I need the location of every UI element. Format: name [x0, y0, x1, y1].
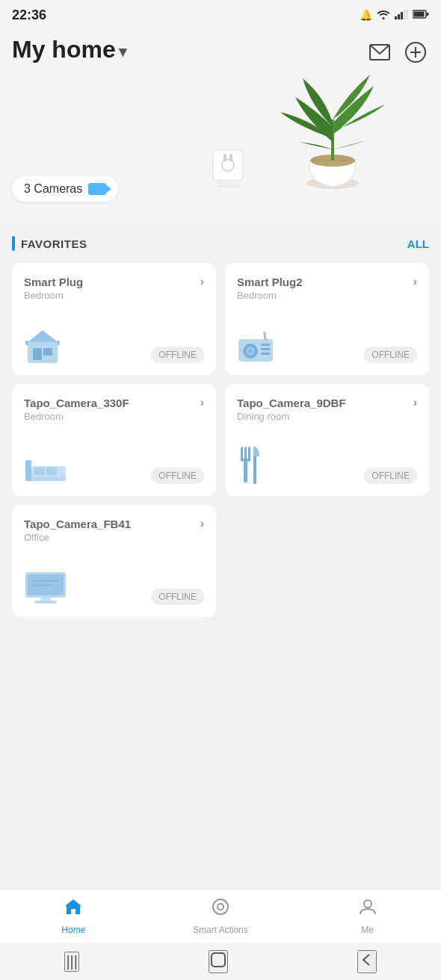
dropdown-arrow-icon[interactable]: ▾: [119, 43, 126, 61]
device-info: Tapo_Camera_FB41 › Office: [24, 517, 204, 543]
svg-rect-0: [395, 16, 397, 19]
device-room: Bedroom: [24, 411, 204, 422]
svg-rect-25: [57, 341, 60, 345]
device-bottom: OFFLINE: [237, 332, 417, 363]
svg-rect-19: [217, 180, 239, 187]
plant-decoration: [247, 37, 411, 194]
smart-actions-nav-label: Smart Actions: [193, 925, 248, 935]
device-name: Tapo_Camera_330F ›: [24, 396, 204, 409]
cameras-badge[interactable]: 3 Cameras: [12, 176, 118, 202]
offline-badge: OFFLINE: [364, 468, 417, 484]
status-time: 22:36: [12, 7, 46, 23]
svg-point-53: [364, 900, 371, 908]
svg-rect-38: [46, 468, 57, 475]
svg-rect-30: [261, 344, 270, 346]
cameras-count-label: 3 Cameras: [24, 182, 82, 196]
device-name: Smart Plug ›: [24, 275, 204, 288]
device-info: Smart Plug › Bedroom: [24, 275, 204, 301]
device-bottom: OFFLINE: [24, 571, 204, 605]
svg-rect-32: [261, 353, 270, 355]
svg-rect-4: [407, 9, 408, 19]
svg-point-52: [218, 904, 223, 910]
home-nav-icon: [64, 897, 83, 922]
svg-rect-54: [212, 953, 225, 967]
nav-item-me[interactable]: Me: [294, 897, 441, 935]
section-title-wrapper: FAVORITES: [12, 236, 87, 251]
svg-rect-3: [404, 10, 406, 19]
chevron-right-icon: ›: [413, 275, 417, 288]
svg-rect-18: [229, 154, 232, 161]
device-name: Tapo_Camera_FB41 ›: [24, 517, 204, 530]
svg-point-29: [249, 350, 252, 353]
device-info: Smart Plug2 › Bedroom: [237, 275, 417, 301]
plug-decoration: [209, 146, 247, 194]
status-icons: 🔔: [360, 9, 429, 22]
bottom-spacer: [0, 629, 441, 719]
chevron-right-icon: ›: [413, 396, 417, 409]
home-title[interactable]: My home ▾: [12, 36, 126, 63]
device-room: Office: [24, 532, 204, 543]
device-bottom: OFFLINE: [24, 453, 204, 484]
bed-icon: [24, 453, 67, 484]
device-info: Tapo_Camera_9DBF › Dining room: [237, 396, 417, 422]
smart-plug-icon: [24, 327, 61, 363]
device-info: Tapo_Camera_330F › Bedroom: [24, 396, 204, 422]
svg-rect-17: [223, 154, 226, 161]
back-button[interactable]: [357, 950, 377, 973]
svg-rect-2: [401, 12, 403, 19]
monitor-icon: [24, 571, 67, 605]
device-card-camera-fb41[interactable]: Tapo_Camera_FB41 › Office OFFLINE: [12, 505, 216, 617]
section-title: FAVORITES: [21, 238, 87, 250]
camera-badge-icon: [88, 183, 106, 195]
offline-badge: OFFLINE: [151, 468, 204, 484]
svg-point-51: [213, 899, 228, 914]
signal-icon: [395, 9, 408, 22]
svg-rect-24: [25, 341, 28, 345]
device-bottom: OFFLINE: [237, 445, 417, 484]
me-nav-label: Me: [361, 925, 374, 935]
device-card-camera-9dbf[interactable]: Tapo_Camera_9DBF › Dining room: [225, 384, 429, 496]
section-accent: [12, 236, 15, 251]
offline-badge: OFFLINE: [151, 347, 204, 363]
device-card-smart-plug-1[interactable]: Smart Plug › Bedroom OFFLINE: [12, 263, 216, 375]
device-room: Bedroom: [237, 290, 417, 301]
recent-apps-button[interactable]: |||: [64, 952, 79, 972]
device-card-smart-plug-2[interactable]: Smart Plug2 › Bedroom OFF: [225, 263, 429, 375]
offline-badge: OFFLINE: [151, 589, 204, 605]
device-name: Tapo_Camera_9DBF ›: [237, 396, 417, 409]
all-button[interactable]: ALL: [407, 238, 429, 250]
svg-rect-37: [34, 468, 45, 475]
device-room: Bedroom: [24, 290, 204, 301]
device-room: Dining room: [237, 411, 417, 422]
nav-item-home[interactable]: Home: [0, 897, 147, 935]
svg-rect-35: [25, 460, 31, 481]
favorites-section: FAVORITES ALL Smart Plug › Bedroom: [0, 224, 441, 629]
home-nav-label: Home: [61, 925, 85, 935]
radio-icon: [237, 332, 274, 363]
home-title-text: My home: [12, 36, 116, 63]
svg-rect-23: [43, 348, 52, 356]
wifi-icon: [377, 9, 390, 22]
svg-rect-20: [28, 342, 58, 363]
me-nav-icon: [358, 897, 377, 922]
device-bottom: OFFLINE: [24, 327, 204, 363]
header: My home ▾: [0, 30, 441, 224]
svg-rect-49: [33, 580, 58, 582]
svg-rect-43: [244, 460, 247, 483]
chevron-right-icon: ›: [200, 396, 204, 409]
bottom-nav: Home Smart Actions Me: [0, 889, 441, 943]
device-card-camera-330f[interactable]: Tapo_Camera_330F › Bedroom OFFLINE: [12, 384, 216, 496]
home-button[interactable]: [209, 950, 228, 973]
svg-rect-6: [427, 13, 429, 16]
section-header: FAVORITES ALL: [12, 236, 429, 251]
svg-rect-47: [40, 598, 51, 601]
svg-rect-31: [261, 348, 270, 350]
alarm-icon: 🔔: [360, 9, 372, 21]
smart-actions-nav-icon: [211, 897, 230, 922]
svg-rect-22: [33, 348, 42, 360]
nav-item-smart-actions[interactable]: Smart Actions: [147, 897, 294, 935]
android-nav: |||: [0, 943, 441, 980]
svg-rect-15: [213, 150, 243, 180]
chevron-right-icon: ›: [200, 275, 204, 288]
svg-marker-21: [28, 330, 58, 342]
